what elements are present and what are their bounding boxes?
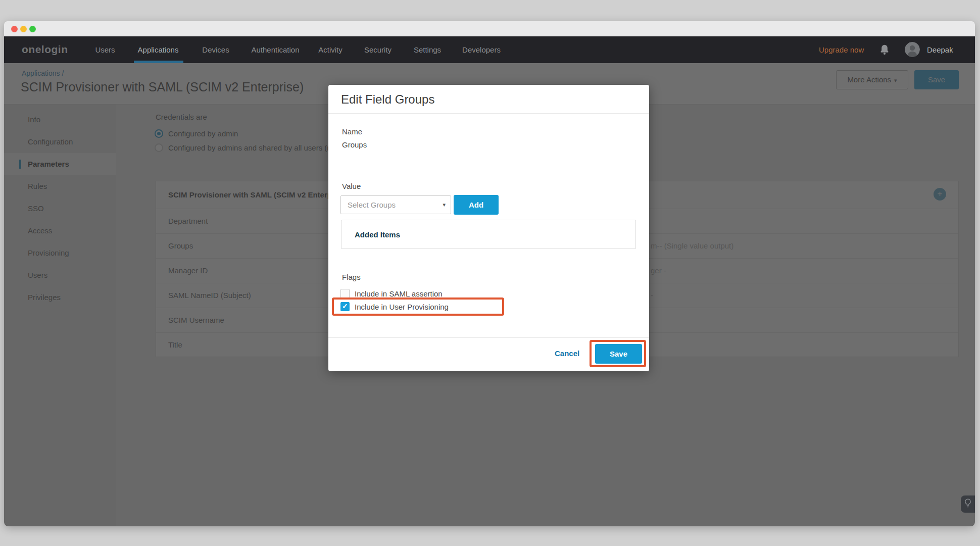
checkbox-label-provisioning: Include in User Provisioning xyxy=(355,303,449,311)
value-label: Value xyxy=(342,182,361,190)
titlebar xyxy=(4,21,975,36)
chevron-down-icon: ▾ xyxy=(443,196,446,214)
notifications-bell-icon[interactable] xyxy=(879,44,890,55)
nav-item-settings[interactable]: Settings xyxy=(414,45,441,54)
cancel-button[interactable]: Cancel xyxy=(555,349,579,358)
top-navbar: onelogin Users Applications Devices Auth… xyxy=(4,36,975,63)
select-groups-dropdown[interactable]: Select Groups ▾ xyxy=(340,195,451,214)
feedback-lightbulb-button[interactable] xyxy=(961,495,975,513)
lightbulb-icon xyxy=(964,499,971,510)
modal-save-button[interactable]: Save xyxy=(595,344,642,364)
modal-title: Edit Field Groups xyxy=(341,92,434,107)
added-items-label: Added Items xyxy=(355,230,400,239)
name-value: Groups xyxy=(342,140,367,149)
close-window-button[interactable] xyxy=(11,26,18,32)
minimize-window-button[interactable] xyxy=(20,26,27,32)
nav-item-security[interactable]: Security xyxy=(364,45,391,54)
app-window: onelogin Users Applications Devices Auth… xyxy=(4,21,975,526)
user-name[interactable]: Deepak xyxy=(927,45,953,54)
nav-item-users[interactable]: Users xyxy=(95,45,115,54)
onelogin-logo: onelogin xyxy=(22,43,68,56)
checkbox-include-user-provisioning[interactable] xyxy=(340,302,350,311)
add-button[interactable]: Add xyxy=(454,195,499,215)
modal-header: Edit Field Groups xyxy=(328,85,649,114)
flags-label: Flags xyxy=(342,273,361,281)
added-items-box: Added Items xyxy=(341,220,636,249)
screen: onelogin Users Applications Devices Auth… xyxy=(0,0,980,546)
nav-item-activity[interactable]: Activity xyxy=(318,45,342,54)
nav-item-applications[interactable]: Applications xyxy=(138,45,179,54)
modal-footer-divider xyxy=(328,337,649,338)
nav-item-devices[interactable]: Devices xyxy=(202,45,229,54)
nav-item-authentication[interactable]: Authentication xyxy=(251,45,299,54)
zoom-window-button[interactable] xyxy=(29,26,36,32)
user-avatar[interactable] xyxy=(905,42,920,57)
edit-field-groups-modal: Edit Field Groups Name Groups Value Sele… xyxy=(328,85,649,371)
checkbox-include-saml-assertion[interactable] xyxy=(340,289,350,298)
upgrade-now-link[interactable]: Upgrade now xyxy=(819,45,864,54)
name-label: Name xyxy=(342,127,362,136)
select-placeholder: Select Groups xyxy=(348,201,396,209)
checkbox-label-saml: Include in SAML assertion xyxy=(355,289,443,298)
nav-item-developers[interactable]: Developers xyxy=(462,45,501,54)
